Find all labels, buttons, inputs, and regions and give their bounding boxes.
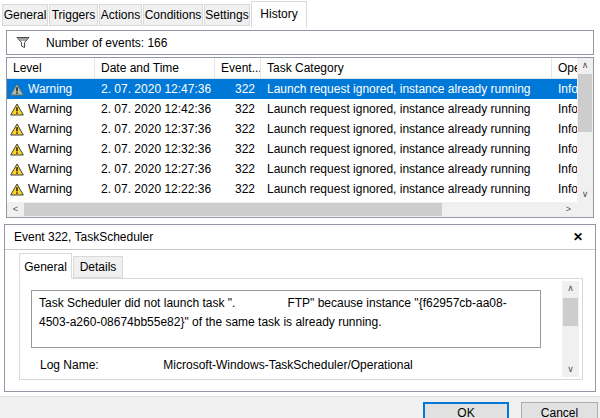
event-datetime: 2. 07. 2020 12:47:36 — [95, 82, 215, 96]
horizontal-scroll-thumb[interactable] — [24, 203, 442, 216]
dialog-footer: OK Cancel — [0, 396, 600, 418]
vertical-scroll-thumb[interactable] — [578, 74, 592, 132]
tab-actions[interactable]: Actions — [99, 4, 142, 26]
tab-general[interactable]: General — [2, 4, 48, 26]
event-level: Warning — [28, 82, 72, 96]
tab-conditions[interactable]: Conditions — [143, 4, 203, 26]
warning-icon — [10, 143, 24, 156]
tab-triggers[interactable]: Triggers — [49, 4, 98, 26]
event-row[interactable]: Warning 2. 07. 2020 12:37:36 322 Launch … — [7, 119, 577, 139]
event-description-prefix: Task Scheduler did not launch task ". — [39, 296, 235, 310]
warning-icon — [10, 163, 24, 176]
event-task-category: Launch request ignored, instance already… — [261, 182, 552, 196]
scroll-down-icon[interactable]: ∨ — [562, 363, 579, 376]
warning-icon — [10, 183, 24, 196]
event-level: Warning — [28, 142, 72, 156]
event-id: 322 — [215, 182, 261, 196]
preview-vertical-scrollbar[interactable]: ∧ ∨ — [562, 281, 579, 377]
column-header-task-category[interactable]: Task Category — [261, 58, 552, 78]
event-task-category: Launch request ignored, instance already… — [261, 102, 552, 116]
events-summary-bar: Number of events: 166 — [6, 30, 594, 55]
event-opcode: Info — [552, 142, 577, 156]
event-list-header: Level Date and Time Event... Task Catego… — [7, 58, 577, 79]
column-header-operational[interactable]: Oper — [552, 58, 577, 78]
warning-icon — [10, 103, 24, 116]
event-task-category: Launch request ignored, instance already… — [261, 122, 552, 136]
column-header-event-id[interactable]: Event... — [215, 58, 261, 78]
event-datetime: 2. 07. 2020 12:37:36 — [95, 122, 215, 136]
event-row[interactable]: Warning 2. 07. 2020 12:42:36 322 Launch … — [7, 99, 577, 119]
event-opcode: Info — [552, 162, 577, 176]
preview-title: Event 322, TaskScheduler — [14, 230, 153, 244]
event-datetime: 2. 07. 2020 12:42:36 — [95, 102, 215, 116]
preview-scroll-thumb[interactable] — [563, 298, 578, 326]
event-level: Warning — [28, 162, 72, 176]
event-id: 322 — [215, 102, 261, 116]
event-list: Level Date and Time Event... Task Catego… — [6, 57, 594, 218]
log-name-row: Log Name: Microsoft-Windows-TaskSchedule… — [40, 358, 413, 372]
ok-button[interactable]: OK — [423, 402, 509, 418]
event-level: Warning — [28, 182, 72, 196]
preview-tab-details[interactable]: Details — [73, 256, 123, 278]
task-properties-dialog: General Triggers Actions Conditions Sett… — [0, 0, 600, 418]
log-name-label: Log Name: — [40, 358, 160, 372]
tab-settings[interactable]: Settings — [204, 4, 250, 26]
event-task-category: Launch request ignored, instance already… — [261, 142, 552, 156]
event-row[interactable]: Warning 2. 07. 2020 12:27:36 322 Launch … — [7, 159, 577, 179]
log-name-value: Microsoft-Windows-TaskScheduler/Operatio… — [163, 358, 412, 372]
list-vertical-scrollbar[interactable]: ∧ ∨ — [577, 58, 593, 202]
scroll-left-icon[interactable]: < — [8, 202, 23, 217]
list-horizontal-scrollbar[interactable]: < > — [7, 202, 577, 217]
event-id: 322 — [215, 162, 261, 176]
event-opcode: Info — [552, 182, 577, 196]
event-description-box[interactable]: Task Scheduler did not launch task ".FTP… — [31, 290, 541, 348]
event-opcode: Info — [552, 102, 577, 116]
preview-general-page: Task Scheduler did not launch task ".FTP… — [19, 278, 583, 380]
event-datetime: 2. 07. 2020 12:22:36 — [95, 182, 215, 196]
event-opcode: Info — [552, 82, 577, 96]
event-opcode: Info — [552, 122, 577, 136]
scroll-down-icon[interactable]: ∨ — [577, 188, 593, 201]
scroll-right-icon[interactable]: > — [561, 202, 576, 217]
scrollbar-corner — [577, 202, 593, 217]
event-task-category: Launch request ignored, instance already… — [261, 82, 552, 96]
redacted-task-name — [235, 296, 287, 307]
column-header-date-time[interactable]: Date and Time — [95, 58, 215, 78]
event-preview-pane: Event 322, TaskScheduler ✕ General Detai… — [4, 224, 596, 392]
column-header-level[interactable]: Level — [7, 58, 95, 78]
event-level: Warning — [28, 102, 72, 116]
event-list-body: Warning 2. 07. 2020 12:47:36 322 Launch … — [7, 79, 577, 202]
event-level: Warning — [28, 122, 72, 136]
event-id: 322 — [215, 122, 261, 136]
preview-tab-general[interactable]: General — [19, 253, 72, 279]
event-row[interactable]: Warning 2. 07. 2020 12:47:36 322 Launch … — [7, 79, 577, 99]
warning-icon — [10, 123, 24, 136]
events-count-label: Number of events: 166 — [46, 36, 167, 50]
event-datetime: 2. 07. 2020 12:27:36 — [95, 162, 215, 176]
event-task-category: Launch request ignored, instance already… — [261, 162, 552, 176]
event-row[interactable]: Warning 2. 07. 2020 12:32:36 322 Launch … — [7, 139, 577, 159]
properties-tabstrip: General Triggers Actions Conditions Sett… — [0, 0, 600, 29]
close-icon[interactable]: ✕ — [573, 225, 583, 250]
event-datetime: 2. 07. 2020 12:32:36 — [95, 142, 215, 156]
scroll-up-icon[interactable]: ∧ — [577, 59, 593, 72]
preview-title-bar: Event 322, TaskScheduler ✕ — [5, 225, 595, 250]
event-row[interactable]: Warning 2. 07. 2020 12:22:36 322 Launch … — [7, 179, 577, 199]
cancel-button[interactable]: Cancel — [521, 402, 598, 418]
filter-funnel-icon — [16, 36, 30, 49]
event-id: 322 — [215, 82, 261, 96]
warning-icon — [10, 83, 24, 96]
tab-history[interactable]: History — [251, 1, 307, 28]
scroll-up-icon[interactable]: ∧ — [562, 282, 579, 295]
event-id: 322 — [215, 142, 261, 156]
